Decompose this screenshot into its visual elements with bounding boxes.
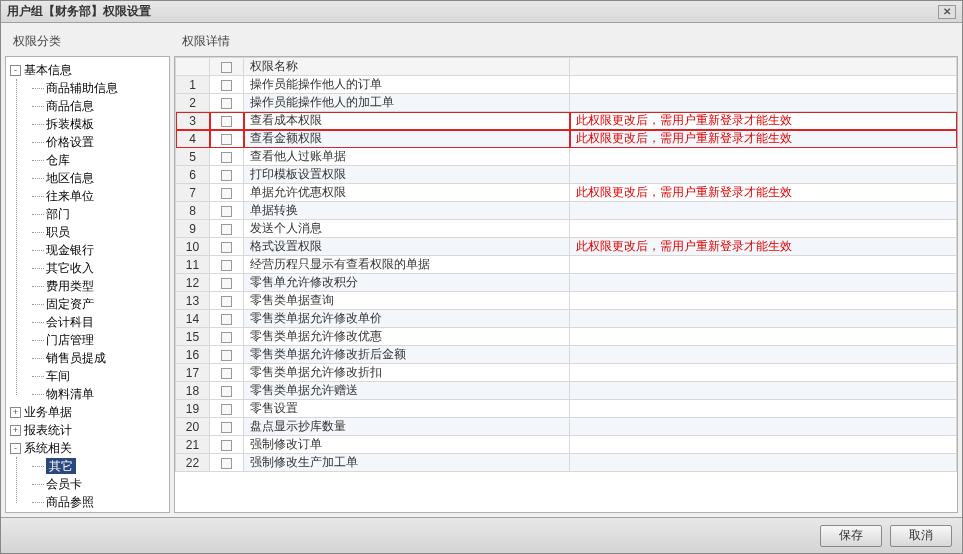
checkbox-icon[interactable]: [221, 62, 232, 73]
tree-leaf[interactable]: 商品参照: [30, 493, 167, 511]
checkbox-icon[interactable]: [221, 296, 232, 307]
expand-icon[interactable]: +: [10, 425, 21, 436]
table-row[interactable]: 8单据转换: [176, 202, 957, 220]
tree-leaf[interactable]: 商品信息: [30, 97, 167, 115]
col-check-header[interactable]: [210, 58, 244, 76]
row-checkbox-cell[interactable]: [210, 148, 244, 166]
tree-leaf[interactable]: 销售员提成: [30, 349, 167, 367]
row-checkbox-cell[interactable]: [210, 328, 244, 346]
save-button[interactable]: 保存: [820, 525, 882, 547]
tree-leaf[interactable]: 会计科目: [30, 313, 167, 331]
row-checkbox-cell[interactable]: [210, 166, 244, 184]
collapse-icon[interactable]: -: [10, 443, 21, 454]
close-icon[interactable]: ✕: [938, 5, 956, 19]
row-checkbox-cell[interactable]: [210, 364, 244, 382]
table-row[interactable]: 17零售类单据允许修改折扣: [176, 364, 957, 382]
tree-node[interactable]: +业务单据: [8, 403, 167, 421]
checkbox-icon[interactable]: [221, 116, 232, 127]
table-row[interactable]: 16零售类单据允许修改折后金额: [176, 346, 957, 364]
table-row[interactable]: 3查看成本权限此权限更改后，需用户重新登录才能生效: [176, 112, 957, 130]
table-row[interactable]: 15零售类单据允许修改优惠: [176, 328, 957, 346]
checkbox-icon[interactable]: [221, 152, 232, 163]
row-checkbox-cell[interactable]: [210, 94, 244, 112]
row-checkbox-cell[interactable]: [210, 256, 244, 274]
tree-leaf[interactable]: 物料清单: [30, 385, 167, 403]
checkbox-icon[interactable]: [221, 206, 232, 217]
collapse-icon[interactable]: -: [10, 65, 21, 76]
tree-leaf[interactable]: 门店管理: [30, 331, 167, 349]
tree-leaf[interactable]: 拆装模板: [30, 115, 167, 133]
table-row[interactable]: 10格式设置权限此权限更改后，需用户重新登录才能生效: [176, 238, 957, 256]
tree-leaf[interactable]: 其它: [30, 457, 167, 475]
row-checkbox-cell[interactable]: [210, 400, 244, 418]
checkbox-icon[interactable]: [221, 188, 232, 199]
tree-leaf[interactable]: 职员: [30, 223, 167, 241]
row-checkbox-cell[interactable]: [210, 220, 244, 238]
checkbox-icon[interactable]: [221, 242, 232, 253]
checkbox-icon[interactable]: [221, 224, 232, 235]
permission-grid[interactable]: 权限名称 1操作员能操作他人的订单2操作员能操作他人的加工单3查看成本权限此权限…: [174, 56, 958, 513]
tree-node[interactable]: -系统相关: [8, 439, 167, 457]
tree-leaf[interactable]: 固定资产: [30, 295, 167, 313]
expand-icon[interactable]: +: [10, 407, 21, 418]
table-row[interactable]: 19零售设置: [176, 400, 957, 418]
table-row[interactable]: 12零售单允许修改积分: [176, 274, 957, 292]
table-row[interactable]: 9发送个人消息: [176, 220, 957, 238]
row-checkbox-cell[interactable]: [210, 184, 244, 202]
cancel-button[interactable]: 取消: [890, 525, 952, 547]
row-checkbox-cell[interactable]: [210, 292, 244, 310]
row-checkbox-cell[interactable]: [210, 274, 244, 292]
table-row[interactable]: 21强制修改订单: [176, 436, 957, 454]
tree-leaf[interactable]: 往来单位: [30, 187, 167, 205]
tree-leaf[interactable]: 费用类型: [30, 277, 167, 295]
checkbox-icon[interactable]: [221, 80, 232, 91]
checkbox-icon[interactable]: [221, 350, 232, 361]
row-checkbox-cell[interactable]: [210, 454, 244, 472]
tree-leaf[interactable]: 部门: [30, 205, 167, 223]
table-row[interactable]: 18零售类单据允许赠送: [176, 382, 957, 400]
table-row[interactable]: 4查看金额权限此权限更改后，需用户重新登录才能生效: [176, 130, 957, 148]
table-row[interactable]: 5查看他人过账单据: [176, 148, 957, 166]
tree-leaf[interactable]: 现金银行: [30, 241, 167, 259]
row-checkbox-cell[interactable]: [210, 76, 244, 94]
tree-leaf[interactable]: 地区信息: [30, 169, 167, 187]
row-checkbox-cell[interactable]: [210, 238, 244, 256]
tree-node[interactable]: +报表统计: [8, 421, 167, 439]
table-row[interactable]: 22强制修改生产加工单: [176, 454, 957, 472]
row-checkbox-cell[interactable]: [210, 418, 244, 436]
tree-leaf[interactable]: 车间: [30, 367, 167, 385]
checkbox-icon[interactable]: [221, 134, 232, 145]
checkbox-icon[interactable]: [221, 404, 232, 415]
checkbox-icon[interactable]: [221, 422, 232, 433]
row-checkbox-cell[interactable]: [210, 310, 244, 328]
checkbox-icon[interactable]: [221, 458, 232, 469]
table-row[interactable]: 11经营历程只显示有查看权限的单据: [176, 256, 957, 274]
checkbox-icon[interactable]: [221, 440, 232, 451]
tree-node[interactable]: -基本信息: [8, 61, 167, 79]
permission-tree[interactable]: -基本信息商品辅助信息商品信息拆装模板价格设置仓库地区信息往来单位部门职员现金银…: [5, 56, 170, 513]
tree-leaf[interactable]: 商品辅助信息: [30, 79, 167, 97]
tree-leaf[interactable]: 价格设置: [30, 133, 167, 151]
tree-leaf[interactable]: 其它收入: [30, 259, 167, 277]
table-row[interactable]: 2操作员能操作他人的加工单: [176, 94, 957, 112]
checkbox-icon[interactable]: [221, 278, 232, 289]
checkbox-icon[interactable]: [221, 170, 232, 181]
row-checkbox-cell[interactable]: [210, 346, 244, 364]
table-row[interactable]: 6打印模板设置权限: [176, 166, 957, 184]
row-checkbox-cell[interactable]: [210, 382, 244, 400]
table-row[interactable]: 20盘点显示抄库数量: [176, 418, 957, 436]
tree-leaf[interactable]: 会员卡: [30, 475, 167, 493]
checkbox-icon[interactable]: [221, 98, 232, 109]
checkbox-icon[interactable]: [221, 386, 232, 397]
row-checkbox-cell[interactable]: [210, 202, 244, 220]
table-row[interactable]: 13零售类单据查询: [176, 292, 957, 310]
checkbox-icon[interactable]: [221, 368, 232, 379]
row-checkbox-cell[interactable]: [210, 130, 244, 148]
checkbox-icon[interactable]: [221, 314, 232, 325]
tree-leaf[interactable]: 仓库: [30, 151, 167, 169]
checkbox-icon[interactable]: [221, 260, 232, 271]
row-checkbox-cell[interactable]: [210, 436, 244, 454]
table-row[interactable]: 7单据允许优惠权限此权限更改后，需用户重新登录才能生效: [176, 184, 957, 202]
checkbox-icon[interactable]: [221, 332, 232, 343]
table-row[interactable]: 14零售类单据允许修改单价: [176, 310, 957, 328]
